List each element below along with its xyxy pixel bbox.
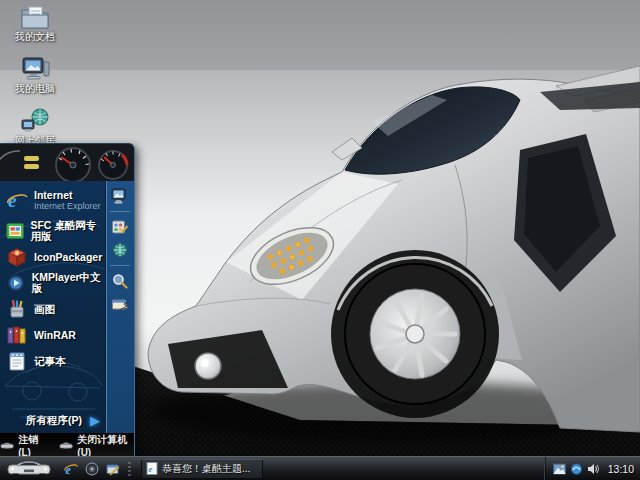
iconpackager-icon — [6, 246, 28, 268]
internet-explorer-icon: e — [6, 190, 28, 212]
item-label: WinRAR — [34, 330, 76, 341]
show-desktop-icon[interactable] — [106, 462, 120, 476]
item-label: SFC 桌酷网专用版 — [30, 220, 103, 242]
shut-down-button[interactable]: 关闭计算机(U) — [59, 433, 134, 458]
run-icon[interactable] — [111, 296, 129, 312]
start-menu-item-internet[interactable]: e Internet Internet Explorer — [0, 184, 105, 218]
item-label: 记事本 — [34, 356, 66, 367]
task-button-zhuoku-theme[interactable]: e 恭喜您！桌酷主题... — [141, 459, 263, 479]
car-start-button-icon — [4, 459, 54, 478]
desktop: 我的文档 我的电脑 网上邻居 — [0, 0, 640, 480]
network-places-icon — [20, 108, 50, 134]
start-menu-footer: 注销(L) 关闭计算机(U) — [0, 433, 134, 458]
all-programs-arrow-icon: ▶ — [90, 416, 100, 426]
kmplayer-icon — [6, 272, 26, 294]
desktop-icon-network-places[interactable]: 网上邻居 — [2, 108, 68, 146]
desktop-icon-my-documents[interactable]: 我的文档 — [2, 4, 68, 42]
control-panel-icon[interactable] — [111, 219, 129, 235]
log-off-label: 注销(L) — [18, 433, 47, 458]
start-menu-spacer — [0, 374, 105, 411]
start-button[interactable] — [2, 458, 56, 479]
all-programs-label: 所有程序(P) — [26, 414, 82, 428]
start-menu-banner — [0, 144, 134, 181]
quick-launch: e — [64, 462, 120, 476]
shut-down-car-icon — [59, 440, 73, 451]
system-tray: 13:10 — [544, 457, 640, 480]
svg-text:e: e — [66, 462, 72, 476]
desktop-icon-label: 我的电脑 — [2, 83, 68, 94]
start-menu-item-sfc[interactable]: SFC 桌酷网专用版 — [0, 218, 105, 244]
item-label: Internet — [34, 190, 101, 201]
desktop-icon-my-computer[interactable]: 我的电脑 — [2, 56, 68, 94]
internet-explorer-icon[interactable]: e — [64, 462, 78, 476]
start-menu-right-column — [105, 181, 134, 433]
all-programs-button[interactable]: 所有程序(P) ▶ — [0, 411, 105, 433]
network-icon[interactable] — [111, 242, 129, 258]
ie-document-icon: e — [146, 462, 158, 475]
taskbar-clock[interactable]: 13:10 — [608, 463, 634, 475]
item-label: KMPlayer中文版 — [32, 272, 103, 294]
dashboard-gauges-image — [0, 144, 134, 181]
winrar-icon — [6, 324, 28, 346]
log-off-button[interactable]: 注销(L) — [0, 433, 47, 458]
volume-icon[interactable] — [587, 463, 600, 475]
start-menu-item-kmplayer[interactable]: KMPlayer中文版 — [0, 270, 105, 296]
taskbar: e e 恭喜您！桌酷主题... — [0, 456, 640, 480]
my-documents-icon — [20, 4, 50, 30]
media-player-icon[interactable] — [85, 462, 99, 476]
sfc-zhuoku-icon — [6, 220, 24, 242]
start-menu: e Internet Internet Explorer SF — [0, 143, 135, 458]
my-computer-icon[interactable] — [111, 188, 129, 204]
start-menu-program-list: e Internet Internet Explorer SF — [0, 181, 105, 433]
svg-text:e: e — [149, 464, 153, 474]
search-icon[interactable] — [111, 273, 129, 289]
shut-down-label: 关闭计算机(U) — [77, 433, 134, 458]
item-sublabel: Internet Explorer — [34, 201, 101, 212]
item-label: 画图 — [34, 304, 55, 315]
notepad-icon — [6, 350, 28, 372]
desktop-icon-label: 我的文档 — [2, 31, 68, 42]
svg-text:e: e — [8, 190, 17, 211]
messenger-icon[interactable] — [570, 463, 583, 475]
image-viewer-icon[interactable] — [553, 463, 566, 475]
paint-icon — [6, 298, 28, 320]
start-menu-item-iconpackager[interactable]: IconPackager — [0, 244, 105, 270]
start-menu-item-paint[interactable]: 画图 — [0, 296, 105, 322]
my-computer-icon — [20, 56, 50, 82]
item-label: IconPackager — [34, 252, 102, 263]
start-menu-item-winrar[interactable]: WinRAR — [0, 322, 105, 348]
task-button-label: 恭喜您！桌酷主题... — [162, 462, 250, 476]
separator — [110, 211, 130, 212]
taskbar-grip[interactable] — [128, 462, 131, 476]
separator — [110, 265, 130, 266]
start-menu-item-notepad[interactable]: 记事本 — [0, 348, 105, 374]
log-off-car-icon — [0, 440, 14, 451]
